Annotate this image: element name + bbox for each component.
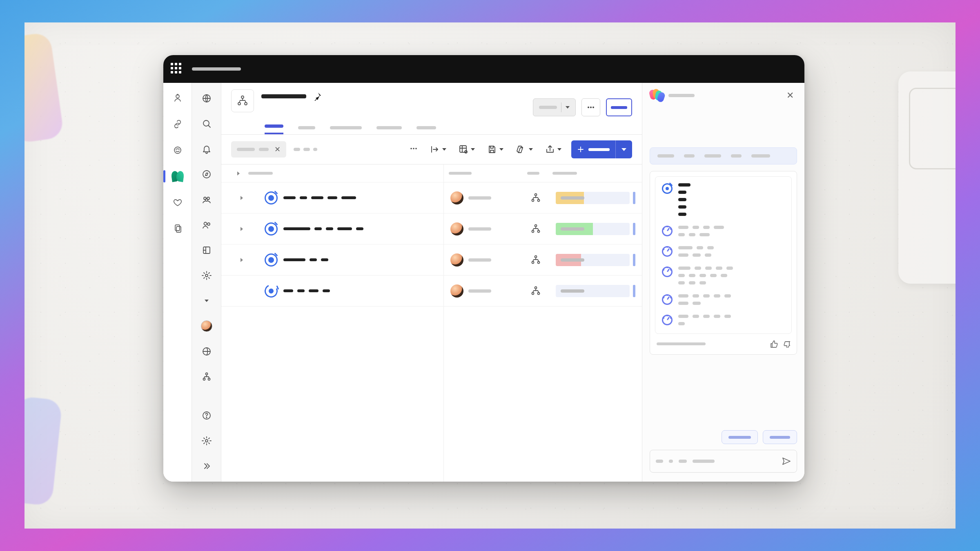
target-icon [265,253,278,267]
rail-teams[interactable] [170,142,185,158]
row-status[interactable] [556,254,635,266]
row-status[interactable] [556,223,635,235]
tab-0[interactable] [265,120,283,134]
svg-point-37 [532,230,534,232]
status-separator [633,254,635,266]
section-rail [192,83,221,482]
svg-point-14 [205,274,208,277]
toolbar-more[interactable] [407,142,420,157]
svg-point-38 [538,230,540,232]
gear-icon [202,271,212,280]
compass-icon [202,169,212,179]
content-area [221,164,642,482]
header-dropdown[interactable] [533,98,576,116]
subrail-search[interactable] [198,116,215,132]
decor-blob-top-left [24,32,65,144]
app-launcher-icon[interactable] [171,63,183,75]
avatar-icon [450,191,463,204]
rail-assign[interactable] [170,195,185,210]
subrail-settings-bottom[interactable] [198,433,215,449]
app-body: ✕ [163,83,804,482]
copilot-card-item [662,315,785,325]
subrail-help[interactable] [198,407,215,424]
header-more[interactable] [581,98,600,116]
svg-point-20 [206,417,207,418]
row-owner[interactable] [450,222,516,236]
filter-chip[interactable]: ✕ [231,141,286,158]
toolbar-secondary[interactable] [294,148,317,151]
tab-1[interactable] [298,121,315,134]
detail-row [444,182,642,213]
page-tabs [231,120,632,134]
svg-point-17 [203,378,205,380]
copilot-prompt-pill[interactable] [650,147,797,164]
subrail-org[interactable] [198,369,215,385]
subrail-expand[interactable] [198,293,215,309]
rail-files[interactable] [170,221,185,236]
tab-2[interactable] [330,121,362,134]
tree-row[interactable] [221,244,443,276]
row-owner[interactable] [450,284,516,298]
close-icon[interactable]: ✕ [273,145,282,154]
subrail-bell[interactable] [198,141,215,157]
row-owner[interactable] [450,191,516,204]
svg-point-43 [532,292,534,294]
thumbs-down-icon[interactable] [782,340,790,348]
subrail-people3[interactable] [198,191,215,208]
row-org[interactable] [521,286,550,296]
toolbar-new[interactable] [571,140,632,158]
tab-3[interactable] [376,121,402,134]
subrail-people2[interactable] [198,217,215,233]
subrail-globe[interactable] [198,90,215,107]
send-icon[interactable] [781,456,791,466]
toolbar-share[interactable] [543,142,564,157]
copilot-close[interactable]: ✕ [783,89,797,102]
copilot-suggestion[interactable] [722,430,758,444]
rail-chat[interactable] [170,116,185,132]
subrail-settings[interactable] [198,267,215,284]
toolbar-save[interactable] [485,142,506,157]
subrail-globe2[interactable] [198,343,215,360]
row-org[interactable] [521,224,550,234]
tab-4[interactable] [416,121,436,134]
row-expand[interactable] [238,256,246,264]
copilot-pane: ✕ [642,83,804,482]
svg-point-28 [410,148,412,149]
page-title [261,94,306,98]
search-icon [202,119,212,129]
row-expand[interactable] [238,225,246,233]
subrail-collapse[interactable] [198,458,215,474]
svg-point-34 [532,199,534,201]
svg-point-30 [415,148,417,149]
row-org[interactable] [521,255,550,265]
tree-row[interactable] [221,182,443,213]
svg-point-10 [205,199,208,201]
subrail-compass[interactable] [198,166,215,182]
subrail-avatar[interactable] [198,318,215,334]
thumbs-up-icon[interactable] [770,340,778,348]
expand-all[interactable] [234,170,243,177]
details-column [444,164,642,482]
svg-point-7 [203,171,210,178]
tree-row[interactable] [221,276,443,307]
toolbar-expand[interactable] [428,142,449,157]
gauge-icon [662,246,673,257]
subrail-board[interactable] [198,242,215,258]
tree-row[interactable] [221,213,443,244]
rail-viva[interactable] [170,169,185,184]
row-expand[interactable] [238,194,246,202]
copilot-suggestion[interactable] [763,430,797,444]
row-org[interactable] [521,193,550,203]
chevron-down-icon [557,148,561,151]
app-rail [163,83,192,482]
row-owner[interactable] [450,253,516,267]
pin-icon[interactable] [313,92,322,101]
row-status[interactable] [556,285,635,297]
copilot-input[interactable] [650,450,797,473]
header-primary[interactable] [606,98,632,116]
toolbar-grid[interactable] [456,142,477,157]
row-status[interactable] [556,192,635,204]
toolbar-copilot[interactable] [513,142,535,157]
rail-activity[interactable] [170,90,185,106]
chevron-down-icon [442,148,446,151]
